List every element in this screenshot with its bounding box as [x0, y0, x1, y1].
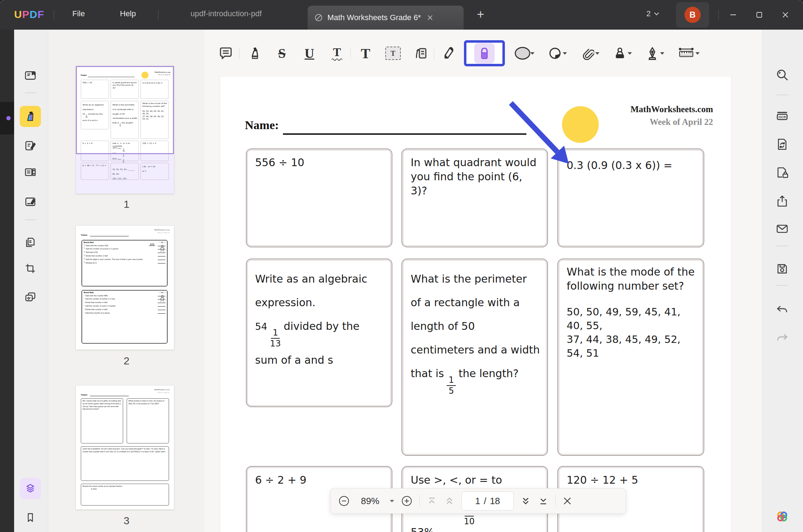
- share-icon: [775, 194, 789, 208]
- save-button[interactable]: [772, 259, 792, 279]
- ai-assistant-button[interactable]: [772, 507, 792, 526]
- notch-indicator-dot: [6, 116, 11, 120]
- sidebar-item-pages[interactable]: [20, 232, 41, 253]
- page-number-label: 1: [48, 198, 205, 210]
- attach-dropdown[interactable]: [595, 52, 599, 55]
- text-tool[interactable]: T: [358, 46, 373, 61]
- convert-icon: [775, 138, 789, 151]
- measure-dropdown[interactable]: [695, 52, 700, 55]
- worksheet-cell: 0.3 (0.9 (0.3 x 6)) =: [557, 149, 704, 247]
- worksheet-cell: What is the perimeter of a rectangle wit…: [402, 259, 548, 456]
- shape-dropdown[interactable]: [530, 52, 535, 55]
- undo-button[interactable]: [772, 300, 792, 320]
- close-zoombar-button[interactable]: [562, 496, 573, 506]
- sidebar-item-reader[interactable]: [20, 65, 41, 86]
- annotation-toolbar: S U T T T: [205, 30, 762, 77]
- mental-math-box-1: Mental Math— #1 — ✎Start with the number…: [81, 240, 168, 286]
- page-number-label: 3: [48, 515, 205, 527]
- tab-updf-introduction[interactable]: updf-introduction-pdf: [191, 9, 262, 18]
- improper-fraction-box: Rewrite this mixed number as an improper…: [81, 484, 169, 506]
- tab-close-icon[interactable]: [427, 14, 434, 21]
- first-page-button[interactable]: [426, 495, 437, 507]
- new-tab-button[interactable]: +: [473, 8, 488, 22]
- reader-icon: [24, 69, 36, 81]
- updf-window: UPDF File Help updf-introduction-pdf Mat…: [0, 0, 803, 532]
- close-button[interactable]: [777, 6, 794, 23]
- save-icon: [775, 262, 789, 276]
- divider: [777, 246, 788, 246]
- zoom-toolbar: 89% 1/18: [330, 488, 626, 514]
- zoom-level: 89%: [357, 496, 384, 507]
- menu-file[interactable]: File: [72, 9, 85, 18]
- mental-math-box-2: Mental Math— #2 — ○Start with the number…: [81, 290, 168, 344]
- sidebar-item-layers[interactable]: [20, 478, 41, 499]
- sticker-dropdown[interactable]: [563, 52, 567, 55]
- menu-help[interactable]: Help: [120, 9, 136, 18]
- zoom-out-button[interactable]: [338, 495, 350, 507]
- signature-dropdown[interactable]: [660, 52, 664, 55]
- account-button[interactable]: B: [676, 2, 709, 28]
- thumbnail-page-3[interactable]: MathWorksheets.comWeek of April 22 Name:…: [76, 386, 174, 509]
- bookmark-icon: [25, 512, 36, 523]
- sidebar-item-crop[interactable]: [20, 258, 41, 279]
- eraser-icon: [477, 46, 491, 60]
- sidebar-item-fill-sign[interactable]: [20, 191, 41, 212]
- avatar: B: [684, 7, 701, 23]
- protect-button[interactable]: [772, 163, 792, 183]
- zoom-dropdown[interactable]: [390, 500, 394, 502]
- updf-logo: UPDF: [14, 8, 44, 20]
- previous-page-button[interactable]: [444, 495, 455, 507]
- search-button[interactable]: [772, 65, 792, 85]
- page-number-input[interactable]: 1/18: [461, 491, 514, 510]
- undo-icon: [775, 303, 789, 316]
- highlighter-tool[interactable]: [247, 46, 262, 61]
- next-page-button[interactable]: [520, 495, 531, 507]
- robot-art: [159, 244, 165, 252]
- squiggly-underline-tool[interactable]: T: [329, 46, 345, 61]
- thumbnail-page-2[interactable]: MathWorksheets.comWeek of April 22 Name:…: [76, 226, 174, 350]
- last-page-button[interactable]: [538, 495, 549, 507]
- sidebar-item-annotate[interactable]: [20, 106, 41, 127]
- highlight-annotation[interactable]: [562, 106, 599, 143]
- tab-math-worksheets[interactable]: Math Worksheets Grade 6*: [308, 6, 464, 30]
- comment-tool[interactable]: [218, 46, 234, 61]
- pdf-page: Name: MathWorksheets.comWeek of April 22…: [220, 77, 731, 532]
- eraser-tool-selected[interactable]: [464, 40, 505, 66]
- redo-button[interactable]: [772, 328, 792, 348]
- protect-icon: [775, 166, 789, 180]
- divider: [25, 219, 36, 220]
- convert-button[interactable]: [772, 134, 792, 154]
- share-button[interactable]: [772, 191, 792, 211]
- pencil-tool[interactable]: [442, 46, 458, 61]
- sidebar-item-edit-pdf[interactable]: [20, 135, 41, 156]
- name-blank-line: [283, 133, 526, 135]
- redo-icon: [775, 331, 789, 345]
- attach-file-tool[interactable]: [580, 46, 595, 61]
- email-button[interactable]: [772, 219, 792, 238]
- document-viewport: Name: MathWorksheets.comWeek of April 22…: [205, 77, 762, 532]
- divider: [777, 95, 788, 95]
- zoom-in-button[interactable]: [400, 495, 413, 507]
- ocr-button[interactable]: OCR: [772, 107, 792, 126]
- minimize-button[interactable]: [725, 6, 742, 23]
- maximize-button[interactable]: [751, 6, 768, 23]
- stamp-tool[interactable]: [612, 46, 628, 61]
- signature-tool[interactable]: [645, 46, 660, 61]
- layers-icon: [24, 483, 36, 495]
- crop-icon: [24, 262, 36, 274]
- tab-count-dropdown[interactable]: 2: [646, 9, 660, 18]
- underline-tool[interactable]: U: [302, 46, 317, 61]
- sidebar-item-slideshow[interactable]: [20, 286, 41, 308]
- sidebar-item-organize-pages[interactable]: [20, 162, 41, 183]
- measure-tool[interactable]: [677, 46, 695, 61]
- sidebar-item-bookmark[interactable]: [20, 507, 41, 528]
- mail-icon: [775, 222, 789, 235]
- shape-tool[interactable]: [515, 46, 530, 61]
- thumbnail-page-1[interactable]: Name: MathWorksheets.comWeek of April 22…: [76, 66, 174, 194]
- strikethrough-tool[interactable]: S: [274, 46, 290, 61]
- text-box-tool[interactable]: T: [385, 46, 401, 61]
- stamp-dropdown[interactable]: [628, 52, 632, 55]
- sticker-tool[interactable]: [547, 46, 563, 61]
- callout-tool[interactable]: [413, 46, 428, 61]
- worksheet-cell: Write as an algebraic expression. 54113d…: [246, 259, 392, 407]
